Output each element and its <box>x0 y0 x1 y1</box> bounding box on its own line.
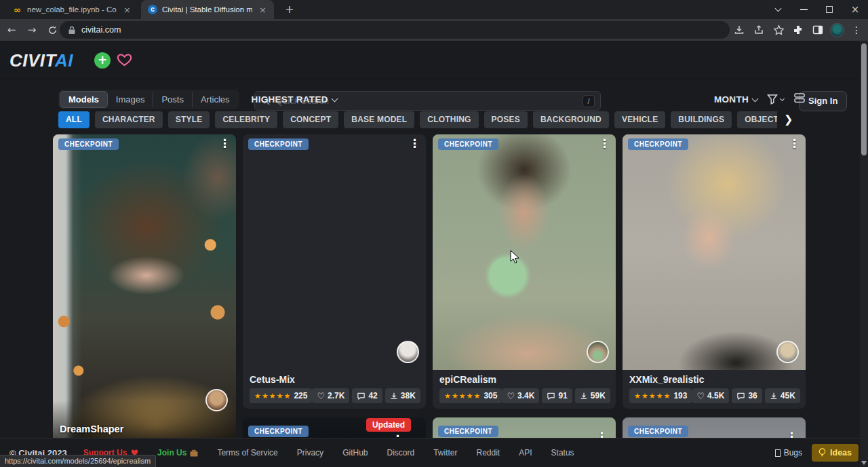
chip-poses[interactable]: POSES <box>484 111 528 128</box>
bookmark-star-icon[interactable] <box>771 22 786 37</box>
creator-avatar[interactable] <box>776 341 799 363</box>
sign-in-button[interactable]: Sign In <box>799 91 847 111</box>
creator-avatar[interactable] <box>205 389 228 411</box>
rating-count: 305 <box>484 391 497 400</box>
card-stats: ★★★★★ 305 ♡3.4K 91 59K <box>439 388 609 403</box>
browser-profile-avatar[interactable] <box>830 23 844 37</box>
footer-link-terms[interactable]: Terms of Service <box>217 448 277 457</box>
tab-images[interactable]: Images <box>108 92 153 107</box>
new-tab-button[interactable]: + <box>281 1 298 19</box>
layout-toggle-button[interactable] <box>793 92 806 106</box>
download-icon <box>580 392 588 400</box>
model-preview-image: CHECKPOINT ⋮ DreamShaper <box>53 134 236 441</box>
footer-link-privacy[interactable]: Privacy <box>297 448 323 457</box>
footer-link-join-us[interactable]: Join Us <box>157 448 198 457</box>
creator-avatar[interactable] <box>397 341 419 363</box>
model-card-xxmix[interactable]: CHECKPOINT ⋮ XXMix_9realistic ★★★★★ 193 … <box>623 134 806 409</box>
card-menu-icon[interactable]: ⋮ <box>219 138 231 149</box>
side-panel-icon[interactable] <box>810 22 825 37</box>
chip-buildings[interactable]: BUILDINGS <box>671 111 732 128</box>
downloads-pill: 45K <box>765 388 800 403</box>
comment-icon <box>736 392 745 400</box>
model-card-epicrealism[interactable]: CHECKPOINT ⋮ epiCRealism ★★★★★ 305 ♡3.4K… <box>433 134 616 409</box>
rating-pill: ★★★★★ 193 <box>629 388 692 403</box>
card-menu-icon[interactable]: ⋮ <box>599 138 610 149</box>
chip-style[interactable]: STYLE <box>168 111 210 128</box>
chip-vehicle[interactable]: VEHICLE <box>614 111 665 128</box>
model-title: DreamShaper <box>60 424 123 434</box>
civitai-logo[interactable]: CIVITAI <box>9 50 73 71</box>
tab-close-icon[interactable]: × <box>257 5 269 15</box>
chips-scroll-right-icon[interactable]: ❯ <box>784 113 793 126</box>
card-meta: epiCRealism ★★★★★ 305 ♡3.4K 91 59K <box>433 370 616 409</box>
sort-dropdown[interactable]: HIGHEST RATED <box>252 94 337 105</box>
tab-articles[interactable]: Articles <box>192 92 238 107</box>
footer-link-discord[interactable]: Discord <box>387 448 414 457</box>
model-title: epiCRealism <box>439 374 609 385</box>
model-preview-image: CHECKPOINT ⋮ <box>623 134 806 370</box>
footer-link-api[interactable]: API <box>519 448 532 457</box>
chip-clothing[interactable]: CLOTHING <box>420 111 478 128</box>
window-minimize-button[interactable] <box>791 0 816 19</box>
comment-icon <box>547 392 555 400</box>
chip-all[interactable]: ALL <box>58 111 90 128</box>
model-preview-image: CHECKPOINT ⋮ <box>243 134 426 370</box>
creator-avatar[interactable] <box>587 341 609 363</box>
colab-favicon-icon: ∞ <box>12 5 22 15</box>
chip-character[interactable]: CHARACTER <box>95 111 163 128</box>
card-column: CHECKPOINT ⋮ XXMix_9realistic ★★★★★ 193 … <box>623 134 806 467</box>
tab-civitai[interactable]: c Civitai | Stable Diffusion models, × <box>141 0 274 19</box>
page-scrollbar[interactable] <box>860 41 868 467</box>
extensions-puzzle-icon[interactable] <box>791 22 806 37</box>
window-close-button[interactable]: × <box>842 0 868 19</box>
model-card-cetus-mix[interactable]: CHECKPOINT ⋮ Cetus-Mix ★★★★★ 225 ♡2.7K 4… <box>243 134 426 409</box>
model-title: Cetus-Mix <box>250 374 419 385</box>
download-icon <box>390 392 398 400</box>
card-meta: Cetus-Mix ★★★★★ 225 ♡2.7K 42 38K <box>243 370 426 409</box>
chip-background[interactable]: BACKGROUND <box>533 111 609 128</box>
comment-icon <box>357 392 366 400</box>
tab-search-icon[interactable] <box>765 0 791 19</box>
ideas-button[interactable]: Ideas <box>812 444 859 462</box>
address-bar[interactable]: civitai.com <box>60 21 730 39</box>
forward-button[interactable]: → <box>23 21 41 39</box>
chip-objects[interactable]: OBJECTS <box>737 111 777 128</box>
download-icon[interactable] <box>732 22 747 37</box>
period-dropdown[interactable]: MONTH <box>714 94 757 105</box>
likes-pill: ♡3.4K <box>502 388 539 403</box>
card-menu-icon[interactable]: ⋮ <box>789 138 800 149</box>
model-type-badge: CHECKPOINT <box>248 426 309 437</box>
share-icon[interactable] <box>751 22 766 37</box>
footer-right: Bugs Ideas <box>775 444 859 462</box>
chip-base-model[interactable]: BASE MODEL <box>344 111 414 128</box>
status-url-tooltip: https://civitai.com/models/25694/epicrea… <box>0 455 156 467</box>
tab-posts[interactable]: Posts <box>153 92 192 107</box>
tab-close-icon[interactable]: × <box>121 5 133 15</box>
card-meta: XXMix_9realistic ★★★★★ 193 ♡4.5K 36 45K <box>623 370 806 409</box>
footer-link-twitter[interactable]: Twitter <box>433 448 457 457</box>
card-stats: ★★★★★ 193 ♡4.5K 36 45K <box>629 388 799 403</box>
create-plus-button[interactable]: + <box>94 52 111 69</box>
footer-link-github[interactable]: GitHub <box>342 448 368 457</box>
footer-link-reddit[interactable]: Reddit <box>477 448 500 457</box>
model-card-dreamshaper[interactable]: CHECKPOINT ⋮ DreamShaper <box>53 134 236 441</box>
back-button[interactable]: ← <box>3 21 20 39</box>
chip-celebrity[interactable]: CELEBRITY <box>215 111 277 128</box>
chip-concept[interactable]: CONCEPT <box>283 111 338 128</box>
footer-link-status[interactable]: Status <box>551 448 574 457</box>
reload-button[interactable] <box>43 21 61 39</box>
lightbulb-icon <box>818 448 826 457</box>
scrollbar-down-arrow[interactable] <box>861 461 867 465</box>
toolbar-right-icons: ⋮ <box>732 19 864 41</box>
window-maximize-button[interactable] <box>816 0 842 19</box>
tab-models[interactable]: Models <box>60 91 108 108</box>
card-menu-icon[interactable]: ⋮ <box>409 138 420 149</box>
favorites-heart-icon[interactable] <box>116 52 133 69</box>
tab-colab[interactable]: ∞ new_colab_file.ipynb - Colaborat × <box>5 0 138 19</box>
model-title: XXMix_9realistic <box>629 374 799 385</box>
browser-menu-icon[interactable]: ⋮ <box>849 22 864 37</box>
scrollbar-thumb[interactable] <box>861 43 867 155</box>
downloads-pill: 38K <box>385 388 420 403</box>
bugs-button[interactable]: Bugs <box>775 448 802 457</box>
filter-funnel-button[interactable] <box>767 94 784 105</box>
